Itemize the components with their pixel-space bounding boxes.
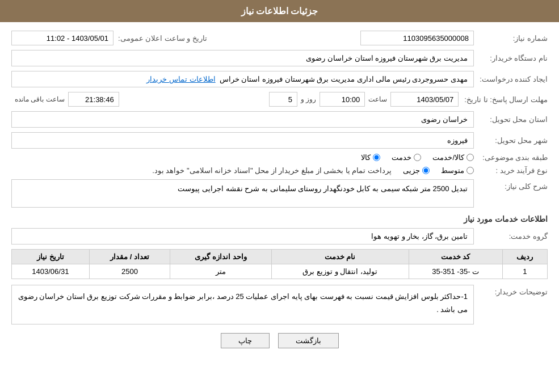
purchase-type-jozi-radio[interactable] xyxy=(422,167,430,174)
col-qty: تعداد / مقدار xyxy=(89,250,170,264)
category-kala-khidmat-radio[interactable] xyxy=(466,154,474,161)
col-name: نام خدمت xyxy=(271,250,409,264)
province-value: خراسان رضوی xyxy=(11,111,474,128)
category-khidmat-label: خدمت xyxy=(392,153,411,162)
category-label: طبقه بندی موضوعی: xyxy=(474,153,548,162)
announcement-value: 1403/05/01 - 11:02 xyxy=(11,31,114,45)
col-date: تاریخ نیاز xyxy=(12,250,90,264)
creator-text: مهدی حسروجردی رئیس مالی اداری مدیریت برق… xyxy=(220,75,468,83)
purchase-type-motavasset-radio[interactable] xyxy=(466,167,474,174)
page-title: جزئیات اطلاعات نیاز xyxy=(0,0,559,22)
print-button[interactable]: چاپ xyxy=(221,333,270,348)
send-time: 10:00 xyxy=(320,92,365,107)
buyer-notes-value: 1-حداکثر بلوس افزایش قیمت نسبت به فهرست … xyxy=(11,285,474,324)
cell-row: 1 xyxy=(502,264,547,279)
cell-quantity: 2500 xyxy=(89,264,170,279)
purchase-type-motavasset-label: متوسط xyxy=(441,166,464,175)
category-kala-radio[interactable] xyxy=(373,154,380,161)
purchase-type-jozi-label: جزیی xyxy=(403,166,420,175)
purchase-type-motavasset[interactable]: متوسط xyxy=(441,166,474,175)
creator-contact-link[interactable]: اطلاعات تماس خریدار xyxy=(146,75,215,83)
service-group-value: تامین برق، گاز، بخار و تهویه هوا xyxy=(11,228,474,245)
services-title: اطلاعات خدمات مورد نیاز xyxy=(11,214,548,224)
send-date: 1403/05/07 xyxy=(390,92,459,107)
cell-unit: متر xyxy=(170,264,271,279)
service-group-label: گروه خدمت: xyxy=(474,232,548,241)
city-value: فیروزه xyxy=(11,132,474,149)
purchase-type-jozi[interactable]: جزیی xyxy=(403,166,430,175)
table-row: 1ت -35- 351-35تولید، انتقال و توزیع برقم… xyxy=(12,264,548,279)
action-buttons: بازگشت چاپ xyxy=(11,333,548,348)
need-number-label: شماره نیاز: xyxy=(474,34,548,43)
purchase-type-label: نوع فرآیند خرید : xyxy=(474,166,548,175)
purchase-type-radio-group: متوسط جزیی xyxy=(403,166,474,175)
category-kala-khidmat-label: کالا/خدمت xyxy=(432,153,464,162)
category-kala-khidmat[interactable]: کالا/خدمت xyxy=(432,153,474,162)
category-radio-group: کالا/خدمت خدمت کالا xyxy=(361,153,474,162)
send-remaining-label: ساعت باقی مانده xyxy=(15,95,65,103)
buyer-notes-label: توضیحات خریدار: xyxy=(474,285,548,296)
cell-name: تولید، انتقال و توزیع برق xyxy=(271,264,409,279)
cell-date: 1403/06/31 xyxy=(12,264,90,279)
col-unit: واحد اندازه گیری xyxy=(170,250,271,264)
cell-code: ت -35- 351-35 xyxy=(409,264,502,279)
back-button[interactable]: بازگشت xyxy=(278,333,339,348)
desc-value: تبدیل 2500 متر شبکه سیمی به کابل خودنگهد… xyxy=(11,179,474,208)
creator-label: ایجاد کننده درخواست: xyxy=(474,75,548,83)
category-kala-label: کالا xyxy=(361,153,371,162)
requester-org-value: مدیریت برق شهرستان فیروزه استان خراسان ر… xyxy=(11,50,474,66)
services-table: ردیف کد خدمت نام خدمت واحد اندازه گیری ت… xyxy=(11,249,548,279)
need-number-value: 1103095635000008 xyxy=(360,31,474,45)
requester-org-label: نام دستگاه خریدار: xyxy=(474,54,548,62)
category-kala[interactable]: کالا xyxy=(361,153,380,162)
col-row: ردیف xyxy=(502,250,547,264)
desc-label: شرح کلی نیاز: xyxy=(474,179,548,191)
creator-value: مهدی حسروجردی رئیس مالی اداری مدیریت برق… xyxy=(11,71,474,87)
purchase-type-note: پرداخت تمام یا بخشی از مبلغ خریدار از مح… xyxy=(152,166,392,175)
send-time-label: ساعت xyxy=(368,95,387,103)
col-code: کد خدمت xyxy=(409,250,502,264)
category-khidmat-radio[interactable] xyxy=(414,154,421,161)
province-label: استان محل تحویل: xyxy=(474,115,548,124)
announcement-label: تاریخ و ساعت اعلان عمومی: xyxy=(114,34,207,43)
send-days-label: روز و xyxy=(301,95,316,103)
send-deadline-label: مهلت ارسال پاسخ: تا تاریخ: xyxy=(459,95,548,104)
city-label: شهر محل تحویل: xyxy=(474,136,548,145)
send-days: 5 xyxy=(269,92,297,107)
send-remaining: 21:38:46 xyxy=(68,92,119,107)
category-khidmat[interactable]: خدمت xyxy=(392,153,421,162)
